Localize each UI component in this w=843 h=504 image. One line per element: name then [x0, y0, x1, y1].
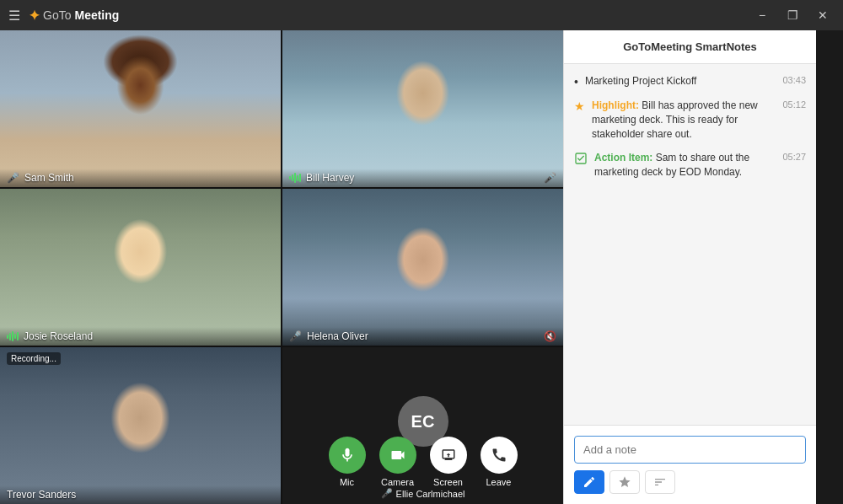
bullet-icon-1: •: [574, 75, 578, 88]
note-item-2: ★ Highlight: Bill has approved the new m…: [574, 99, 806, 141]
note-input-area: [564, 425, 816, 504]
josie-name: Josie Roseland: [24, 330, 93, 342]
note-text-3: Action Item: Sam to share out the market…: [594, 151, 776, 180]
logo-star: ✦: [29, 8, 40, 24]
main-content: 🎤 Sam Smith Bill Harvey 🎤: [0, 30, 843, 504]
camera-control: Camera: [379, 437, 416, 487]
trevor-overlay: Trevor Sanders: [0, 485, 281, 504]
wave-bar-3: [294, 173, 296, 183]
close-button[interactable]: ✕: [811, 3, 835, 27]
leave-button[interactable]: [481, 437, 518, 474]
mic-button[interactable]: [329, 437, 366, 474]
pencil-icon: [583, 475, 596, 489]
mic-control: Mic: [329, 437, 366, 487]
wave-bar-1: [289, 176, 291, 180]
smartnotes-content: • Marketing Project Kickoff 03:43 ★ High…: [564, 64, 816, 425]
smartnotes-panel: GoToMeeting SmartNotes • Marketing Proje…: [563, 30, 816, 504]
wave-bar-5: [299, 174, 301, 182]
note-type-note-button[interactable]: [574, 470, 604, 494]
meeting-controls: Mic Camera: [329, 437, 518, 487]
window-controls: − ❐ ✕: [750, 3, 835, 27]
note-item-3: Action Item: Sam to share out the market…: [574, 151, 806, 180]
mic-label: Mic: [340, 477, 354, 487]
josie-overlay: Josie Roseland: [0, 327, 281, 346]
highlight-label: Highlight:: [592, 99, 639, 111]
note-input-field[interactable]: [574, 436, 806, 464]
recording-badge: Recording...: [7, 352, 61, 365]
logo-meeting-text: Meeting: [74, 8, 119, 22]
note-actions-row: [574, 470, 806, 494]
trevor-name: Trevor Sanders: [7, 489, 76, 501]
video-cell-trevor: Recording... Trevor Sanders: [0, 347, 281, 504]
josie-waveform-icon: [7, 331, 19, 341]
camera-label: Camera: [381, 477, 414, 487]
helena-muted-icon: 🔇: [544, 330, 556, 342]
ellie-mic-icon: 🎤: [381, 488, 393, 499]
logo-goto-text: GoTo: [43, 8, 71, 22]
note-item-1: • Marketing Project Kickoff 03:43: [574, 74, 806, 88]
note-type-highlight-button[interactable]: [609, 470, 640, 494]
video-cell-bill: Bill Harvey 🎤: [282, 30, 563, 187]
app-logo: ✦ GoToMeeting: [29, 8, 119, 24]
action-label: Action Item:: [594, 152, 652, 164]
helena-mic-icon: 🎤: [289, 330, 302, 342]
action-icon: [653, 475, 667, 489]
camera-button[interactable]: [379, 437, 416, 474]
minimize-button[interactable]: −: [750, 3, 774, 27]
title-bar: ☰ ✦ GoToMeeting − ❐ ✕: [0, 0, 843, 30]
josie-wave-4: [14, 334, 16, 339]
bill-name: Bill Harvey: [306, 172, 354, 184]
camera-icon: [389, 447, 406, 464]
sam-name: Sam Smith: [24, 172, 74, 184]
video-cell-ellie: EC Mic: [282, 347, 563, 504]
trevor-video: [0, 347, 281, 504]
star-highlight-icon: ★: [574, 99, 585, 141]
video-cell-helena: 🎤 Helena Oliver 🔇: [282, 189, 563, 346]
hamburger-icon[interactable]: ☰: [8, 8, 20, 24]
action-item-icon: [574, 152, 588, 165]
note-time-2: 05:12: [782, 99, 806, 141]
sam-video: [0, 30, 281, 187]
note-text-1: Marketing Project Kickoff: [585, 74, 776, 88]
mic-icon: [339, 447, 356, 464]
josie-wave-1: [7, 335, 8, 339]
title-bar-left: ☰ ✦ GoToMeeting: [8, 8, 119, 24]
smartnotes-title: GoToMeeting SmartNotes: [623, 40, 757, 53]
smartnotes-header: GoToMeeting SmartNotes: [564, 30, 816, 64]
josie-wave-2: [9, 333, 11, 340]
bill-waveform-icon: [289, 173, 301, 183]
ellie-name-overlay: 🎤 Ellie Carlmichael: [381, 488, 465, 499]
leave-control: Leave: [481, 437, 518, 487]
note-type-action-button[interactable]: [645, 470, 675, 494]
wave-bar-2: [292, 174, 293, 181]
screen-button[interactable]: [430, 437, 467, 474]
helena-name: Helena Oliver: [307, 330, 368, 342]
leave-label: Leave: [486, 477, 512, 487]
josie-wave-3: [12, 331, 13, 341]
note-time-3: 05:27: [782, 152, 806, 180]
star-icon: [618, 475, 631, 489]
ellie-initials: EC: [411, 412, 435, 432]
video-grid: 🎤 Sam Smith Bill Harvey 🎤: [0, 30, 563, 504]
josie-waveform: [7, 331, 19, 341]
josie-wave-5: [17, 332, 19, 340]
leave-icon: [491, 447, 507, 464]
screen-icon: [441, 448, 456, 463]
josie-video: [0, 189, 281, 346]
bill-waveform: [289, 173, 301, 183]
video-cell-josie: Josie Roseland: [0, 189, 281, 346]
wave-bar-4: [297, 175, 298, 181]
note-time-1: 03:43: [782, 75, 806, 88]
maximize-button[interactable]: ❐: [781, 3, 804, 27]
video-cell-sam: 🎤 Sam Smith: [0, 30, 281, 187]
note-text-2: Highlight: Bill has approved the new mar…: [592, 99, 776, 141]
bill-overlay: Bill Harvey 🎤: [282, 169, 563, 187]
helena-overlay: 🎤 Helena Oliver 🔇: [282, 327, 563, 346]
sam-mic-icon: 🎤: [7, 172, 19, 184]
bill-video: [282, 30, 563, 187]
helena-video: [282, 189, 563, 346]
screen-control: Screen: [430, 437, 467, 487]
bill-mic-icon: 🎤: [544, 172, 556, 184]
sam-overlay: 🎤 Sam Smith: [0, 169, 281, 187]
ellie-name: Ellie Carlmichael: [396, 489, 465, 499]
